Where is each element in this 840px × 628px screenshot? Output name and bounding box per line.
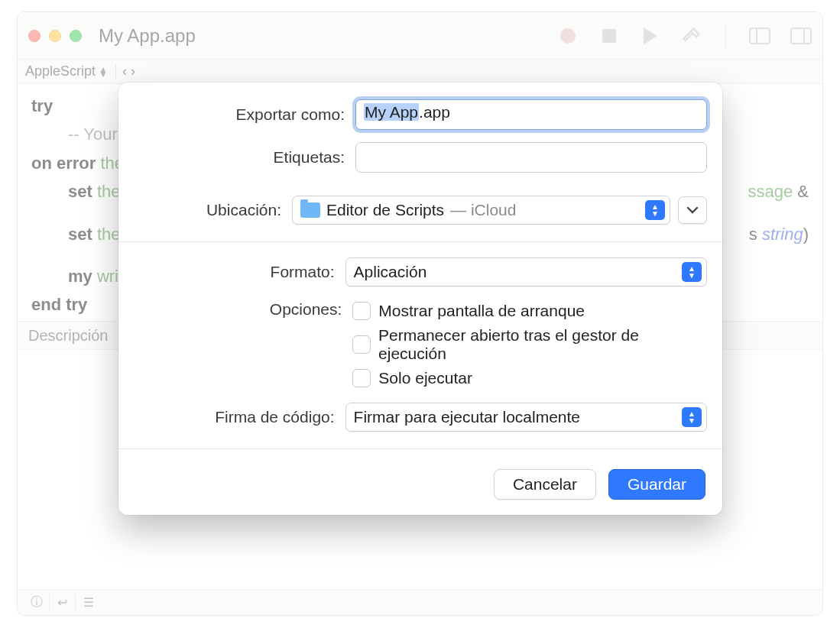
toggle-sidebar-button[interactable] (749, 25, 770, 47)
info-icon: ⓘ (31, 594, 43, 610)
play-icon (644, 28, 657, 44)
format-label: Formato: (118, 263, 345, 281)
code-text: on error (31, 154, 96, 173)
location-suffix: — iCloud (450, 201, 516, 219)
export-filename-rest: .app (419, 103, 450, 121)
svg-rect-2 (791, 28, 811, 44)
tags-field[interactable] (355, 142, 707, 173)
save-button[interactable]: Guardar (608, 469, 705, 500)
code-text: & (793, 182, 809, 201)
hammer-icon (681, 25, 702, 47)
option-stay-open-label: Permanecer abierto tras el gestor de eje… (378, 326, 707, 363)
language-bar: AppleScript ▲▼ ‹ › (18, 60, 822, 84)
location-folder-name: Editor de Scripts (326, 201, 444, 219)
option-run-only-label: Solo ejecutar (378, 369, 472, 387)
code-text: the (92, 225, 121, 244)
divider (118, 241, 722, 242)
save-button-label: Guardar (628, 475, 686, 494)
toggle-inspector-button[interactable] (790, 25, 812, 47)
cancel-button[interactable]: Cancelar (494, 469, 596, 500)
options-label: Opciones: (118, 299, 352, 319)
compile-button[interactable] (681, 25, 702, 47)
language-selector[interactable]: AppleScript ▲▼ (25, 63, 108, 79)
code-text: the (92, 182, 121, 201)
code-text: my (68, 267, 92, 286)
option-stay-open-checkbox[interactable] (352, 335, 371, 354)
code-text: set (68, 182, 92, 201)
titlebar: My App.app (18, 12, 822, 60)
chevron-updown-icon: ▲▼ (99, 67, 108, 76)
codesign-popup[interactable]: Firmar para ejecutar localmente ▲▼ (345, 403, 707, 432)
close-window-button[interactable] (28, 30, 41, 42)
language-selector-label: AppleScript (25, 63, 96, 79)
window-title: My App.app (99, 25, 196, 47)
record-button[interactable] (557, 25, 579, 47)
svg-rect-0 (750, 28, 770, 44)
tags-label: Etiquetas: (118, 148, 355, 167)
folder-icon (300, 202, 320, 218)
format-value: Aplicación (354, 263, 427, 281)
option-startup-screen-checkbox[interactable] (352, 302, 371, 320)
codesign-value: Firmar para ejecutar localmente (354, 408, 580, 426)
code-text: ssage (748, 182, 793, 201)
codesign-label: Firma de código: (118, 408, 345, 426)
expand-location-button[interactable] (678, 196, 707, 224)
option-startup-screen-label: Mostrar pantalla de arranque (378, 302, 585, 320)
stop-button[interactable] (598, 25, 620, 47)
divider (118, 448, 722, 449)
back-button[interactable]: ↩ (50, 594, 76, 612)
code-text: ) (803, 225, 809, 244)
chevron-down-icon (686, 206, 699, 214)
format-popup[interactable]: Aplicación ▲▼ (345, 257, 707, 286)
code-text: try (31, 96, 53, 115)
bottom-bar: ⓘ ↩ ☰ (18, 589, 822, 615)
record-icon (560, 28, 576, 44)
location-label: Ubicación: (118, 201, 292, 219)
chevron-updown-icon: ▲▼ (682, 407, 702, 427)
description-tab-label: Descripción (28, 327, 108, 345)
code-text: string (762, 225, 803, 244)
location-popup[interactable]: Editor de Scripts — iCloud ▲▼ (292, 196, 670, 225)
traffic-lights (28, 30, 82, 42)
nav-placeholder: ‹ › (122, 63, 135, 79)
chevron-updown-icon: ▲▼ (682, 262, 702, 282)
info-button[interactable]: ⓘ (24, 594, 50, 612)
code-text: set (68, 225, 92, 244)
back-arrow-icon: ↩ (57, 595, 67, 610)
export-as-label: Exportar como: (118, 105, 355, 124)
code-text: end try (31, 295, 87, 314)
stop-icon (602, 29, 616, 43)
inspector-icon (790, 28, 812, 44)
export-filename-field[interactable]: My App.app (355, 99, 707, 130)
list-button[interactable]: ☰ (76, 594, 102, 612)
code-text: s (749, 225, 762, 244)
code-text: -- Your (68, 125, 118, 144)
export-sheet: Exportar como: My App.app Etiquetas: Ubi… (118, 83, 722, 515)
run-button[interactable] (640, 25, 661, 47)
chevron-updown-icon: ▲▼ (645, 200, 665, 220)
toolbar-right (557, 24, 812, 48)
sidebar-icon (749, 28, 770, 44)
minimize-window-button[interactable] (49, 30, 61, 42)
zoom-window-button[interactable] (70, 30, 82, 42)
export-filename-selection: My App (364, 103, 419, 121)
list-icon: ☰ (83, 595, 94, 610)
cancel-button-label: Cancelar (513, 475, 577, 494)
toolbar-separator (725, 24, 726, 48)
option-run-only-checkbox[interactable] (352, 369, 371, 387)
